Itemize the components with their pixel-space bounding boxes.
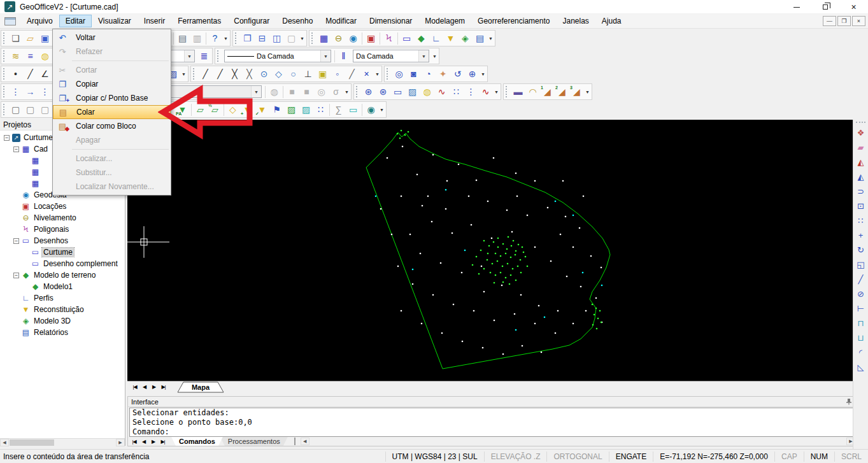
slope-3-button[interactable]: ◢3 (569, 85, 584, 99)
last-tab-icon[interactable]: ▶| (159, 382, 168, 392)
toolbar-grip[interactable] (311, 32, 315, 44)
menu-janelas[interactable]: Janelas (556, 15, 595, 27)
geodesia-tool-button[interactable]: ◉ (346, 31, 360, 45)
layer-visibility-button[interactable]: ◍ (38, 49, 52, 63)
tab-mapa[interactable]: Mapa (176, 381, 225, 393)
menu-arquivo[interactable]: Arquivo (20, 15, 59, 27)
styles-combo[interactable]: ▼ (165, 85, 262, 98)
copy-objects-button[interactable]: ◭ (854, 155, 868, 169)
select-crossing-button[interactable]: ▢ (23, 103, 38, 117)
concentric-copy-button[interactable]: ⊡ (854, 199, 868, 213)
rotate-button[interactable]: ↻ (854, 243, 868, 257)
elevation-toggle[interactable]: ELEVAÇÃO .Z (484, 452, 547, 462)
tab-comandos[interactable]: Comandos (171, 437, 223, 446)
next-tab-icon[interactable]: ▶ (148, 437, 158, 446)
draw-point-button[interactable]: • (8, 67, 23, 81)
window-tile-horizontal-button[interactable]: ⊟ (255, 31, 269, 45)
select-window-button[interactable]: ▢ (8, 103, 23, 117)
pin-icon[interactable] (844, 398, 853, 406)
points-insert-button[interactable]: ⋮ (8, 85, 23, 99)
zoom-previous-button[interactable]: ↺ (450, 67, 465, 81)
map-canvas[interactable] (127, 120, 853, 381)
nivelamento-tool-button[interactable]: ⊖ (331, 31, 346, 45)
slope-1-button[interactable]: ◢1 (540, 85, 555, 99)
tree-item-reconstituicao[interactable]: ▼Reconstituição (0, 304, 125, 315)
tree-item-modelo-de-terreno[interactable]: −◆Modelo de terreno (0, 269, 125, 281)
scale-button[interactable]: ◱ (854, 257, 868, 272)
draw-line-button[interactable]: ╱ (23, 67, 38, 81)
cyan-rectangle-button[interactable]: ▭ (346, 103, 360, 117)
eraser-button[interactable]: ▰ (854, 140, 868, 155)
tree-item-desenhos[interactable]: −▭Desenhos (0, 235, 125, 246)
layer-manager-button[interactable]: ≋ (8, 49, 23, 63)
snap-center-button[interactable]: ⊙ (257, 67, 271, 81)
georreferenciar-1-button[interactable]: ⊛ (361, 85, 376, 99)
line-width-button[interactable]: ‖ (336, 49, 351, 63)
relatorios-tool-button[interactable]: ▤ (473, 31, 487, 45)
menu-item-colar-como-bloco[interactable]: ▤◆Colar como Bloco (53, 119, 171, 133)
collapse-icon[interactable]: − (4, 135, 10, 141)
points-manage-button[interactable]: ⋮ (38, 85, 52, 99)
scroll-thumb[interactable] (10, 439, 54, 446)
select-fence-button[interactable]: ▢ (38, 103, 52, 117)
mdi-restore-button[interactable]: ❐ (837, 16, 851, 26)
boundary-polygon[interactable] (366, 132, 610, 369)
locacoes-tool-button[interactable]: ▣ (364, 31, 378, 45)
tree-item-relatorios[interactable]: ▤Relatórios (0, 327, 125, 338)
tree-item-nivelamento[interactable]: ⊖Nivelamento (0, 212, 125, 224)
caps-indicator[interactable]: CAP (774, 452, 804, 462)
chevron-down-icon[interactable]: ▼ (251, 86, 261, 97)
snap-insert-button[interactable]: ▣ (315, 67, 330, 81)
hatch-cyan-button[interactable]: ▨ (299, 103, 313, 117)
collapse-icon[interactable]: − (13, 238, 19, 244)
georreferenciar-2-button[interactable]: ⊛ (376, 85, 390, 99)
tree-item-poligonais[interactable]: ϞPoligonais (0, 224, 125, 235)
collapse-icon[interactable]: − (13, 273, 19, 278)
break-button[interactable]: ⊓ (854, 316, 868, 331)
first-tab-icon[interactable]: |◀ (129, 437, 139, 446)
menu-item-copiar[interactable]: ❐Copiar (53, 77, 171, 91)
snap-intersection-button[interactable]: ╳ (227, 67, 242, 81)
toolbar-grip[interactable] (3, 104, 6, 115)
toolbar-grip[interactable] (235, 32, 238, 44)
draw-more-dropdown-icon[interactable]: ▼ (180, 67, 187, 81)
snap-tangent-button[interactable]: ○ (286, 67, 301, 81)
minimize-button[interactable] (782, 0, 811, 14)
zoom-extents-button[interactable]: ◙ (406, 67, 421, 81)
modelo-3d-tool-button[interactable]: ◈ (458, 31, 473, 45)
toolbar-grip[interactable] (217, 50, 220, 62)
first-tab-icon[interactable]: |◀ (130, 382, 139, 392)
previous-tab-icon[interactable]: ◀ (139, 382, 149, 392)
menu-ajuda[interactable]: Ajuda (595, 15, 628, 27)
toolbar-grip[interactable] (856, 122, 865, 124)
profile-tool-button[interactable]: ∿ (434, 85, 449, 99)
open-file-button[interactable]: ▱ (23, 31, 38, 45)
menu-georreferenciamento[interactable]: Georreferenciamento (471, 15, 556, 27)
restore-button[interactable] (811, 0, 839, 14)
menu-configurar[interactable]: Configurar (227, 15, 276, 27)
fillet-button[interactable]: ◜ (854, 345, 868, 360)
move-button[interactable]: + (854, 228, 868, 243)
snap-more-dropdown-icon[interactable]: ▼ (374, 67, 381, 81)
perfis-tool-button[interactable]: ∟ (429, 31, 443, 45)
mdi-minimize-button[interactable]: — (823, 16, 836, 26)
hatch-green-button[interactable]: ▨ (284, 103, 299, 117)
slope-2-button[interactable]: ◢2 (555, 85, 569, 99)
tree-item-modelo1[interactable]: ◆Modelo1 (0, 281, 125, 292)
previous-tab-icon[interactable]: ◀ (139, 437, 148, 446)
draw-polyline-button[interactable]: ∠ (38, 67, 52, 81)
stretch-button[interactable]: ╱ (854, 272, 868, 287)
menu-item-voltar[interactable]: ↶Voltar (53, 31, 171, 45)
toolbar-grip[interactable] (506, 86, 509, 97)
zoom-more-dropdown-icon[interactable]: ▼ (480, 67, 487, 81)
offset-button[interactable]: ⊃ (854, 184, 868, 199)
extend-button[interactable]: ⊢ (854, 301, 868, 316)
snap-none-button[interactable]: × (359, 67, 374, 81)
tree-item-locacoes[interactable]: ▣Locações (0, 201, 125, 212)
layers-list-button[interactable]: ≡ (23, 49, 38, 63)
scroll-left-icon[interactable]: ◀ (0, 439, 9, 446)
scroll-indicator[interactable]: SCRL (834, 452, 868, 462)
window-cascade-button[interactable]: ❐ (240, 31, 255, 45)
toolbar-grip[interactable] (356, 86, 359, 97)
toolbar-grip[interactable] (3, 50, 6, 62)
